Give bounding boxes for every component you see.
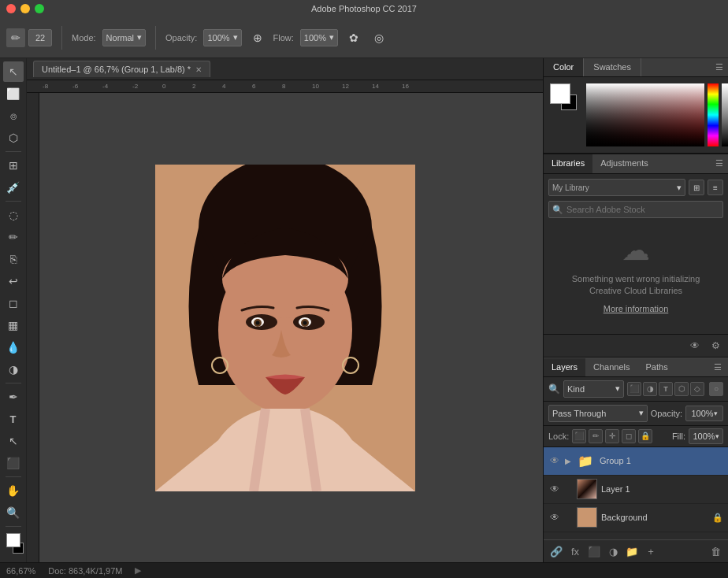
crop-tool[interactable]: ⊞ [3,155,24,176]
filter-smartobj-icon[interactable]: ◇ [690,382,704,396]
canvas-area: Untitled–1 @ 66,7% (Group 1, Lab/8) * ✕ … [27,58,543,562]
tool-sep-2 [6,201,21,202]
hand-tool[interactable]: ✋ [3,480,24,501]
filter-shape-icon[interactable]: ⬡ [674,382,689,396]
new-adjustment-btn[interactable]: ◑ [605,543,621,559]
search-input[interactable] [566,205,719,214]
color-gradient-field[interactable] [586,83,704,146]
add-fx-btn[interactable]: fx [567,543,583,559]
mode-dropdown[interactable]: Normal ▾ [102,29,146,46]
filter-pixel-icon[interactable]: ⬛ [627,382,641,396]
foreground-color[interactable] [6,533,20,547]
history-brush-tool[interactable]: ↩ [3,271,24,291]
close-button[interactable] [6,4,16,13]
gradient-tool[interactable]: ▦ [3,315,24,335]
filter-text-icon[interactable]: T [659,382,673,396]
lock-artboard[interactable]: ◻ [622,429,636,443]
link-layers-btn[interactable]: 🔗 [548,543,564,559]
tab-layers[interactable]: Layers [544,358,585,376]
lock-transparent-pixels[interactable]: ⬛ [572,429,586,443]
add-mask-btn[interactable]: ⬛ [586,543,602,559]
tab-adjustments[interactable]: Adjustments [592,154,656,173]
right-panel: Color Swatches ☰ [543,58,728,562]
opacity-value[interactable]: 100% ▾ [685,406,723,421]
lib-list-view[interactable]: ≡ [708,180,723,195]
lib-grid-view[interactable]: ⊞ [689,180,704,195]
lock-image-pixels[interactable]: ✏ [589,429,603,443]
minimize-button[interactable] [20,4,30,13]
ruler-tick: 12 [342,83,372,90]
quick-select-tool[interactable]: ⬡ [3,128,24,148]
eyedropper-tool[interactable]: 💉 [3,177,24,198]
libraries-panel: Libraries Adjustments ☰ My Library ▾ ⊞ ≡… [544,154,728,358]
clone-stamp-tool[interactable]: ⎘ [3,249,24,269]
kind-filter-dropdown[interactable]: Kind ▾ [563,380,624,398]
tab-swatches[interactable]: Swatches [584,58,641,76]
layer-eye-group1[interactable]: 👁 [548,454,561,467]
brush-tool[interactable]: ✏ [3,227,24,247]
opacity-toggle-icon[interactable]: ⊕ [248,28,267,47]
brightness-slider[interactable] [722,83,728,146]
eraser-tool[interactable]: ◻ [3,293,24,313]
lib-settings-icon[interactable]: ⚙ [708,338,723,354]
filter-adjustment-icon[interactable]: ◑ [643,382,657,396]
lock-all[interactable]: 🔒 [638,429,652,443]
libraries-search: 🔍 [548,201,723,218]
layer-eye-layer1[interactable]: 👁 [548,483,561,495]
opacity-dropdown[interactable]: 100% ▾ [203,29,241,46]
new-group-btn[interactable]: 📁 [624,543,640,559]
lock-position[interactable]: ✛ [605,429,619,443]
delete-layer-btn[interactable]: 🗑 [708,543,723,559]
maximize-button[interactable] [35,4,44,13]
flow-dropdown[interactable]: 100% ▾ [300,29,338,46]
photo-canvas[interactable] [155,165,415,491]
airbrush-icon[interactable]: ✿ [344,28,363,47]
shape-tool[interactable]: ⬛ [3,453,24,473]
fill-row: Fill: 100% ▾ [672,428,723,444]
tab-paths[interactable]: Paths [638,358,676,376]
doc-size: Doc: 863,4K/1,97M [48,566,122,576]
blur-tool[interactable]: 💧 [3,337,24,358]
fill-value[interactable]: 100% ▾ [689,428,723,444]
spot-healing-tool[interactable]: ◌ [3,205,24,225]
blend-mode-dropdown[interactable]: Pass Through ▾ [548,405,648,422]
dodge-tool[interactable]: ◑ [3,359,24,380]
pen-tool[interactable]: ✒ [3,387,24,407]
lib-eye-icon[interactable]: 👁 [687,338,703,354]
document-tab[interactable]: Untitled–1 @ 66,7% (Group 1, Lab/8) * ✕ [33,61,210,77]
tab-channels[interactable]: Channels [585,358,637,376]
layer-eye-background[interactable]: 👁 [548,511,561,524]
status-arrow[interactable]: ▶ [135,565,141,576]
libraries-dropdown[interactable]: My Library ▾ [548,179,685,196]
layer-item-group1[interactable]: 👁 ▶ 📁 Group 1 [544,447,728,476]
layer-item-layer1[interactable]: 👁 Layer 1 [544,476,728,504]
brush-icon[interactable]: ✏ [6,28,25,47]
new-layer-btn[interactable]: + [643,543,659,559]
cloud-error-icon: ☁ [622,234,650,267]
more-information-link[interactable]: More information [604,304,669,313]
window-controls[interactable] [6,4,44,13]
canvas-viewport[interactable] [27,93,543,562]
ruler-tick: 14 [372,83,402,90]
zoom-tool[interactable]: 🔍 [3,502,24,523]
libraries-menu-icon[interactable]: ☰ [711,154,728,173]
foreground-color-swatch[interactable] [550,83,570,104]
layers-menu-icon[interactable]: ☰ [708,358,728,376]
hue-slider[interactable] [708,83,719,146]
rectangular-marquee-tool[interactable]: ⬜ [3,83,24,104]
filter-toggle[interactable]: ○ [709,382,723,396]
panel-menu-icon[interactable]: ☰ [711,58,728,76]
tab-close-icon[interactable]: ✕ [195,65,202,74]
brush-size-display[interactable]: 22 [28,29,52,46]
layer-arrow-group1[interactable]: ▶ [565,457,571,465]
smoothing-icon[interactable]: ◎ [370,28,388,47]
lasso-tool[interactable]: ⌾ [3,106,24,126]
layer-item-background[interactable]: 👁 Background 🔒 [544,504,728,532]
ruler-tick: -8 [43,83,72,90]
path-selection-tool[interactable]: ↖ [3,431,24,451]
ruler-tick: 0 [162,83,192,90]
text-tool[interactable]: T [3,409,24,429]
move-tool[interactable]: ↖ [3,61,24,82]
tab-libraries[interactable]: Libraries [544,154,592,173]
tab-color[interactable]: Color [544,58,584,76]
